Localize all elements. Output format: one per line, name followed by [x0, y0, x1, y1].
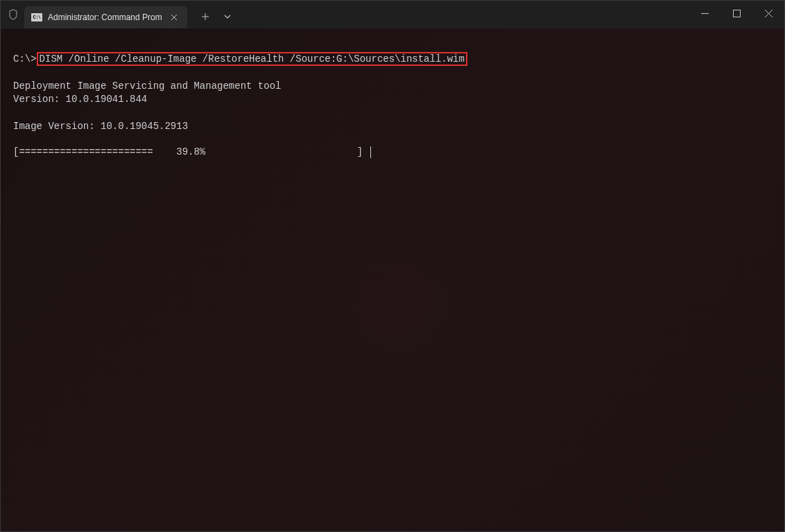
maximize-button[interactable]: [721, 1, 752, 26]
svg-rect-5: [733, 10, 740, 17]
tab-active[interactable]: C:\ Administrator: Command Prom: [24, 6, 187, 28]
image-version-line: Image Version: 10.0.19045.2913: [13, 120, 772, 134]
prompt-text: C:\>: [13, 53, 37, 65]
blank-line: [13, 67, 772, 80]
terminal-body[interactable]: C:\>DISM /Online /Cleanup-Image /Restore…: [1, 28, 784, 531]
version-line: Version: 10.0.19041.844: [13, 93, 772, 107]
titlebar: C:\ Administrator: Command Prom: [1, 1, 784, 28]
tab-title: Administrator: Command Prom: [48, 12, 162, 22]
cmd-icon: C:\: [31, 13, 42, 22]
cursor-icon: [370, 146, 371, 158]
minimize-button[interactable]: [689, 1, 721, 26]
tool-name-line: Deployment Image Servicing and Managemen…: [13, 80, 772, 94]
new-tab-button[interactable]: [196, 7, 215, 26]
command-line: C:\>DISM /Online /Cleanup-Image /Restore…: [13, 53, 772, 67]
progress-text: [======================= 39.8% ]: [13, 147, 368, 158]
progress-line: [======================= 39.8% ]: [13, 146, 772, 158]
close-button[interactable]: [752, 1, 784, 26]
command-text: DISM /Online /Cleanup-Image /RestoreHeal…: [37, 52, 467, 66]
blank-line: [13, 107, 772, 120]
tab-close-button[interactable]: [168, 11, 180, 24]
shield-icon: [8, 9, 19, 20]
tab-dropdown-button[interactable]: [218, 7, 237, 26]
blank-line: [13, 133, 772, 146]
window-controls: [689, 1, 784, 26]
